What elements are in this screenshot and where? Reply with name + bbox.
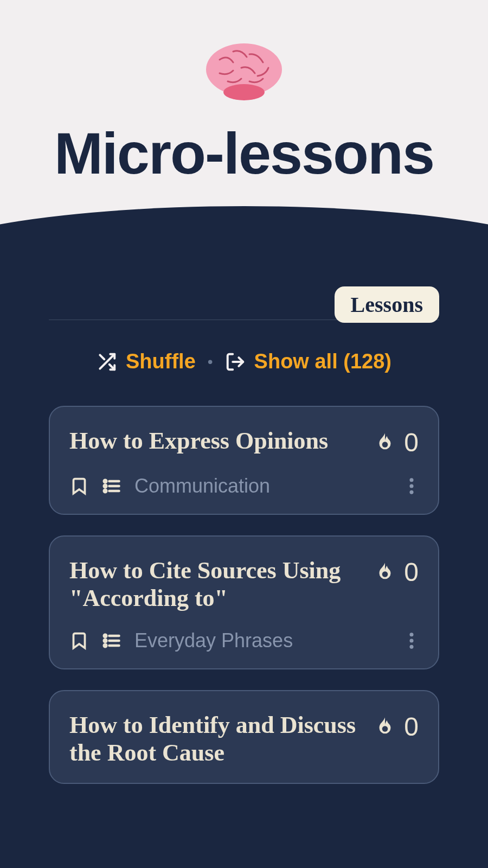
fire-icon: [374, 561, 396, 584]
bookmark-icon[interactable]: [69, 631, 89, 650]
svg-point-9: [104, 490, 107, 493]
svg-point-20: [409, 633, 413, 636]
lesson-category: Everyday Phrases: [134, 629, 293, 652]
shuffle-label: Shuffle: [126, 350, 196, 373]
shuffle-icon: [97, 352, 117, 372]
lesson-card[interactable]: How to Identify and Discuss the Root Cau…: [49, 690, 439, 784]
lesson-card[interactable]: How to Cite Sources Using "According to"…: [49, 535, 439, 669]
svg-point-10: [409, 478, 413, 482]
more-icon[interactable]: [404, 473, 419, 500]
lesson-card[interactable]: How to Express Opinions 0 Communication: [49, 406, 439, 515]
showall-label: Show all (128): [254, 350, 391, 373]
streak-count: 0: [404, 557, 419, 587]
tab-lessons[interactable]: Lessons: [335, 286, 439, 323]
svg-point-3: [382, 442, 388, 448]
streak-badge: 0: [374, 712, 419, 742]
fire-icon: [374, 716, 396, 738]
svg-point-7: [104, 480, 107, 483]
list-icon[interactable]: [102, 476, 121, 496]
bookmark-icon[interactable]: [69, 476, 89, 496]
tabs-bar: Lessons: [49, 282, 439, 320]
svg-point-1: [223, 84, 265, 100]
svg-point-17: [104, 635, 107, 637]
svg-point-11: [409, 484, 413, 488]
svg-point-18: [104, 640, 107, 642]
lesson-category: Communication: [134, 475, 270, 497]
streak-badge: 0: [374, 427, 419, 457]
page-title: Micro-lessons: [0, 119, 488, 187]
svg-point-8: [104, 485, 107, 488]
separator-dot: •: [208, 353, 213, 371]
streak-count: 0: [404, 712, 419, 742]
streak-badge: 0: [374, 557, 419, 587]
more-icon[interactable]: [404, 627, 419, 654]
brain-icon: [203, 38, 285, 103]
list-icon[interactable]: [102, 631, 121, 650]
lesson-title: How to Express Opinions: [69, 427, 363, 455]
svg-point-23: [382, 726, 388, 732]
svg-point-13: [382, 571, 388, 577]
streak-count: 0: [404, 427, 419, 457]
fire-icon: [374, 431, 396, 454]
shuffle-button[interactable]: Shuffle: [97, 350, 196, 373]
svg-point-12: [409, 490, 413, 494]
exit-icon: [225, 352, 246, 372]
svg-point-19: [104, 644, 107, 647]
showall-button[interactable]: Show all (128): [225, 350, 391, 373]
svg-point-22: [409, 645, 413, 649]
svg-point-21: [409, 639, 413, 643]
lesson-title: How to Identify and Discuss the Root Cau…: [69, 712, 363, 767]
lesson-title: How to Cite Sources Using "According to": [69, 557, 363, 612]
